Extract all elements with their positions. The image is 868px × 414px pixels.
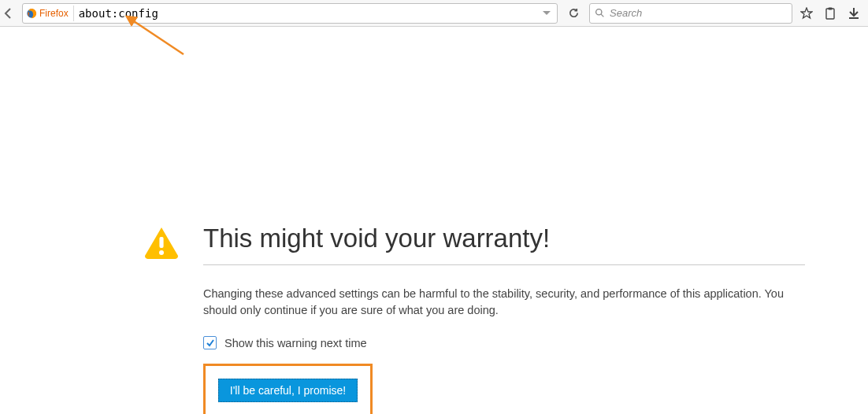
svg-rect-4 [829,7,833,9]
reload-button[interactable] [562,3,584,24]
page-title: This might void your warranty! [203,224,805,265]
bookmark-button[interactable] [797,3,816,24]
search-input[interactable] [610,5,787,22]
search-bar[interactable] [589,3,792,24]
annotation-highlight-box: I'll be careful, I promise! [203,364,373,414]
svg-point-1 [596,9,602,15]
identity-label: Firefox [39,8,69,19]
url-bar[interactable]: Firefox [22,3,558,24]
firefox-logo-icon [26,8,37,19]
checkmark-icon [206,338,215,348]
checkbox[interactable] [203,336,217,349]
back-arrow-icon [2,7,15,20]
warning-description: Changing these advanced settings can be … [203,286,805,319]
svg-point-7 [159,250,164,255]
clipboard-icon [825,7,836,20]
svg-line-2 [601,14,603,17]
star-icon [800,7,813,20]
dropdown-icon[interactable] [543,11,551,16]
url-input[interactable] [77,5,540,22]
downloads-button[interactable] [844,3,863,24]
identity-box[interactable]: Firefox [26,6,74,21]
clipboard-button[interactable] [821,3,840,24]
back-button[interactable] [0,2,17,25]
warning-triangle-icon [143,226,180,259]
browser-toolbar: Firefox [0,0,868,27]
checkbox-label: Show this warning next time [224,337,367,349]
search-icon [595,8,605,18]
urlbar-actions [543,11,554,16]
svg-rect-3 [826,9,834,19]
download-arrow-icon [848,7,859,20]
reload-icon [568,7,580,19]
warning-page: This might void your warranty! Changing … [0,27,868,414]
svg-rect-6 [159,237,163,248]
confirm-button[interactable]: I'll be careful, I promise! [218,379,358,402]
show-warning-checkbox-row[interactable]: Show this warning next time [203,336,805,349]
